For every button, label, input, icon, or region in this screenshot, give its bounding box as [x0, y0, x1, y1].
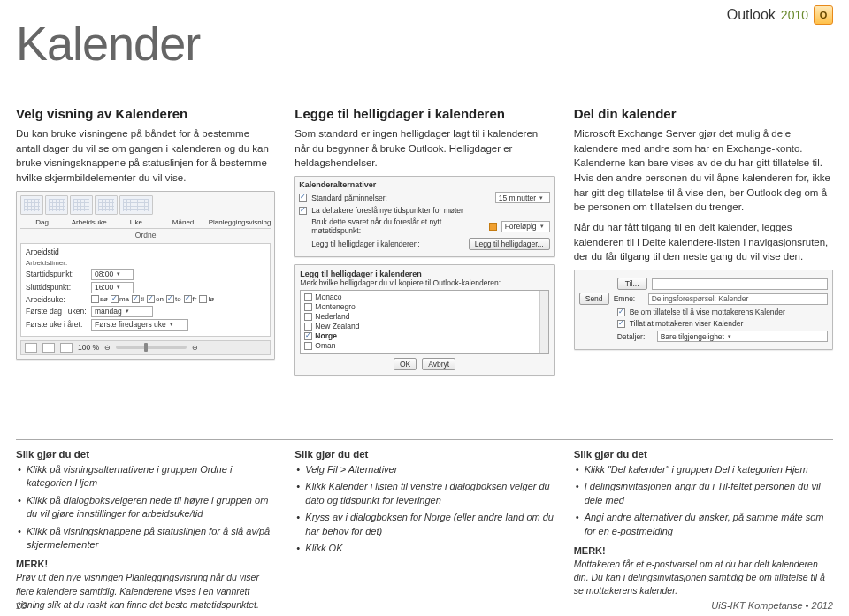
- zoom-minus-icon[interactable]: ⊖: [104, 344, 111, 352]
- chk-lo[interactable]: [199, 295, 207, 303]
- chk-c2[interactable]: [304, 313, 312, 321]
- section-share-calendar: Del din kalender Microsoft Exchange Serv…: [574, 106, 833, 376]
- l1-item-0: Klikk på visningsalternativene i gruppen…: [16, 463, 275, 491]
- chk-to[interactable]: [166, 295, 174, 303]
- send-button[interactable]: Send: [579, 293, 609, 305]
- chk-on[interactable]: [147, 295, 155, 303]
- chk-c3[interactable]: [304, 323, 312, 331]
- req-label: Be om tillatelse til å vise mottakerens …: [630, 308, 785, 316]
- details-dropdown[interactable]: Bare tilgjengelighet: [657, 331, 828, 342]
- subj-label: Emne:: [614, 294, 644, 303]
- ribbon-group-label: Ordne: [20, 228, 271, 240]
- zoom-plus-icon[interactable]: ⊕: [192, 344, 198, 352]
- holidays-label: Legg til helligdager i kalenderen:: [311, 240, 463, 248]
- day-lo: lø: [208, 295, 214, 303]
- slik-3: Slik gjør du det: [574, 449, 833, 460]
- zoom-value: 100 %: [78, 343, 99, 352]
- worktime-title: Arbeidstid: [26, 247, 265, 256]
- worktime-timer-label: Arbeidstimer:: [26, 259, 67, 267]
- holidays-dialog-screenshot: Legg til helligdager i kalenderen Merk h…: [294, 264, 554, 376]
- country-5: Oman: [315, 341, 335, 351]
- slik-2: Slik gjør du det: [294, 449, 554, 460]
- ok-button[interactable]: OK: [394, 358, 417, 370]
- l2-item-0: Velg Fil > Alternativer: [294, 463, 554, 476]
- view-schedule-icon[interactable]: [119, 195, 153, 215]
- view-workweek-icon[interactable]: [45, 195, 68, 215]
- chk-c0[interactable]: [304, 293, 312, 301]
- howto-3: Slik gjør du det Klikk "Del kalender" i …: [574, 449, 833, 616]
- chk-ma[interactable]: [111, 295, 119, 303]
- end-input[interactable]: 16:00: [91, 282, 134, 293]
- list-scrollbar[interactable]: [539, 291, 548, 353]
- rib-lbl-2: Uke: [114, 218, 157, 226]
- l3-item-1: I delingsinvitasjonen angir du i Til-fel…: [574, 480, 833, 507]
- chk-c1[interactable]: [304, 303, 312, 311]
- l2-item-2: Kryss av i dialogboksen for Norge (eller…: [294, 511, 554, 538]
- allow-label: Tillat at mottakeren viser Kalender: [630, 319, 744, 328]
- merk3-title: MERK!: [574, 545, 606, 556]
- chk-fr[interactable]: [184, 295, 192, 303]
- calendar-options-screenshot: Kalenderalternativer Standard påminnelse…: [294, 176, 554, 257]
- day-fr: fr: [193, 295, 197, 303]
- view-day-icon[interactable]: [20, 195, 43, 215]
- chk-ti[interactable]: [132, 295, 140, 303]
- merk1-title: MERK!: [16, 559, 48, 569]
- country-0: Monaco: [315, 293, 341, 302]
- col3-body2: Når du har fått tilgang til en delt kale…: [574, 220, 833, 264]
- firstday-label: Første dag i uken:: [26, 307, 88, 316]
- page-number: 18: [16, 600, 27, 611]
- reply-dropdown[interactable]: Foreløpig: [501, 221, 550, 232]
- merk3-body: Mottakeren får et e-postvarsel om at du …: [574, 558, 833, 598]
- outlook-icon: O: [814, 5, 833, 25]
- statusbar-icon-2[interactable]: [42, 343, 55, 353]
- section-holidays: Legge til helligdager i kalenderen Som s…: [294, 106, 554, 376]
- statusbar: 100 % ⊖ ⊕: [20, 340, 271, 355]
- subj-field[interactable]: Delingsforespørsel: Kalender: [648, 293, 828, 305]
- req-checkbox[interactable]: [617, 308, 625, 316]
- chk-c4[interactable]: [304, 332, 312, 340]
- to-field[interactable]: [652, 278, 828, 290]
- chk-c5[interactable]: [304, 342, 312, 350]
- tentative-icon: [489, 223, 497, 231]
- col1-heading: Velg visning av Kalenderen: [16, 106, 275, 121]
- worktime-group: Arbeidstid Arbeidstimer: Starttidspunkt:…: [20, 243, 271, 337]
- start-input[interactable]: 08:00: [91, 269, 134, 280]
- l3-item-2: Angi andre alternativer du ønsker, på sa…: [574, 511, 833, 538]
- section-view-calendar: Velg visning av Kalenderen Du kan bruke …: [16, 106, 275, 376]
- country-1: Montenegro: [315, 302, 355, 312]
- firstweek-input[interactable]: Første firedagers uke: [91, 319, 188, 331]
- allow-checkbox[interactable]: [617, 320, 625, 328]
- holdlg-desc: Merk hvilke helligdager du vil kopiere t…: [300, 278, 548, 287]
- reminder-dropdown[interactable]: 15 minutter: [495, 192, 550, 203]
- country-list[interactable]: Monaco Montenegro Nederland New Zealand …: [300, 290, 548, 354]
- start-label: Starttidspunkt:: [26, 270, 88, 278]
- reply-label: Bruk dette svaret når du foreslår et nyt…: [311, 217, 484, 235]
- merk1-body: Prøv ut den nye visningen Planleggingsvi…: [16, 571, 275, 612]
- statusbar-icon-3[interactable]: [60, 343, 73, 353]
- ribbon-screenshot: Dag Arbeidsuke Uke Måned Planleggingsvis…: [16, 191, 275, 360]
- cancel-button[interactable]: Avbryt: [422, 358, 455, 370]
- col2-body: Som standard er ingen helligdager lagt t…: [294, 126, 554, 171]
- view-month-icon[interactable]: [95, 195, 118, 215]
- col2-heading: Legge til helligdager i kalenderen: [294, 106, 554, 121]
- view-week-icon[interactable]: [70, 195, 93, 215]
- rib-lbl-3: Måned: [161, 218, 204, 226]
- zoom-slider[interactable]: [116, 346, 187, 349]
- day-on: on: [156, 295, 164, 303]
- week-label: Arbeidsuke:: [26, 295, 88, 304]
- day-ti: ti: [141, 295, 144, 303]
- reminder-checkbox[interactable]: [299, 194, 307, 202]
- firstday-input[interactable]: mandag: [91, 306, 153, 317]
- product-year: 2010: [781, 8, 808, 22]
- country-4: Norge: [315, 331, 337, 341]
- add-holidays-button[interactable]: Legg til helligdager...: [469, 238, 550, 250]
- share-dialog-screenshot: Til... Send Emne: Delingsforespørsel: Ka…: [574, 270, 833, 350]
- to-button[interactable]: Til...: [617, 278, 647, 290]
- product-name: Outlook: [727, 7, 776, 23]
- holdlg-title: Legg til helligdager i kalenderen: [300, 270, 548, 278]
- day-so: sø: [100, 295, 108, 303]
- chk-so[interactable]: [91, 295, 99, 303]
- suggest-checkbox[interactable]: [299, 207, 307, 215]
- statusbar-icon-1[interactable]: [25, 343, 37, 353]
- col3-heading: Del din kalender: [574, 106, 833, 121]
